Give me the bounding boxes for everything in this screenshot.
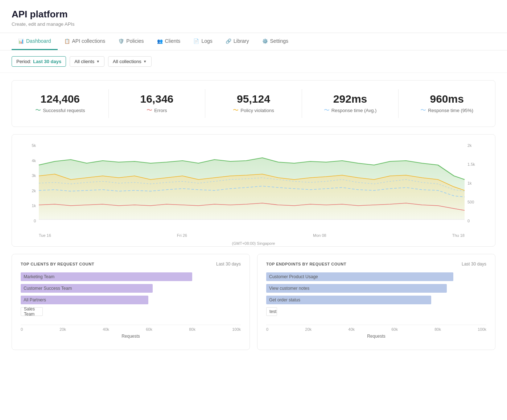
page-title: API platform <box>12 9 495 20</box>
card-title: TOP CLIENTS BY REQUEST COUNT <box>21 262 94 266</box>
stat-response-95: 960ms 〜 Response time (95%) <box>399 89 495 118</box>
trend-down-icon: 〜 <box>147 107 152 114</box>
chevron-down-icon: ▼ <box>143 59 147 63</box>
bar-fill: Customer Product Usage <box>266 272 453 281</box>
stat-response-avg: 292ms 〜 Response time (Avg.) <box>302 89 399 118</box>
chevron-down-icon: ▼ <box>96 59 100 63</box>
stat-label: 〜 Successful requests <box>19 107 101 114</box>
y-axis-right: 2k 1.5k 1k 500 0 <box>465 143 486 223</box>
nav-item-policies[interactable]: 🛡️ Policies <box>112 33 150 50</box>
nav-item-clients[interactable]: 👥 Clients <box>151 33 187 50</box>
stat-errors: 16,346 〜 Errors <box>109 89 206 118</box>
period-value: Last 30 days <box>33 59 61 64</box>
y-axis-left: 5k 4k 3k 2k 1k 0 <box>21 143 39 223</box>
bar-fill: test <box>266 307 277 316</box>
main-content: 124,406 〜 Successful requests 16,346 〜 E… <box>0 73 507 357</box>
logs-icon: 📄 <box>193 38 199 44</box>
bar-fill: Marketing Team <box>21 272 192 281</box>
top-endpoints-card: TOP ENDPOINTS BY REQUEST COUNT Last 30 d… <box>257 254 495 350</box>
chart-svg <box>39 143 465 223</box>
trend-icon: 〜 <box>233 107 239 114</box>
trend-up-icon: 〜 <box>35 107 41 114</box>
stat-number: 95,124 <box>213 93 294 105</box>
navigation: 📊 Dashboard 📋 API collections 🛡️ Policie… <box>0 33 507 50</box>
bar-fill: All Partners <box>21 296 148 304</box>
x-axis-label: Requests <box>21 334 241 339</box>
dashboard-icon: 📊 <box>18 38 24 44</box>
period-filter[interactable]: Period: Last 30 days <box>12 56 66 67</box>
stat-number: 124,406 <box>19 93 101 105</box>
client-filter[interactable]: All clients ▼ <box>70 56 104 67</box>
endpoints-bar-chart: Customer Product Usage View customer not… <box>266 272 486 319</box>
card-period: Last 30 days <box>216 262 241 267</box>
library-icon: 🔗 <box>226 38 231 44</box>
bar-fill: Sales Team <box>21 307 43 316</box>
stat-label: 〜 Errors <box>116 107 198 114</box>
bar-fill: View customer notes <box>266 284 447 293</box>
response-icon: 〜 <box>324 107 330 114</box>
nav-item-library[interactable]: 🔗 Library <box>219 33 256 50</box>
card-period: Last 30 days <box>462 262 486 267</box>
collection-filter[interactable]: All collections ▼ <box>108 56 152 67</box>
stat-number: 16,346 <box>116 93 198 105</box>
stat-number: 292ms <box>309 93 391 105</box>
list-item: Customer Product Usage View customer not… <box>266 272 486 319</box>
card-header: TOP CLIENTS BY REQUEST COUNT Last 30 day… <box>21 262 241 267</box>
api-collections-icon: 📋 <box>64 38 70 44</box>
stat-label: 〜 Policy violations <box>213 107 294 114</box>
bar-fill: Customer Success Team <box>21 284 153 293</box>
chart-timezone: (GMT+08:00) Singapore <box>232 241 275 246</box>
nav-item-api-collections[interactable]: 📋 API collections <box>58 33 112 50</box>
main-chart: 5k 4k 3k 2k 1k 0 2k 1.5k 1k 500 0 <box>12 134 495 247</box>
policies-icon: 🛡️ <box>118 38 124 44</box>
x-axis-label: Requests <box>266 334 486 339</box>
nav-item-settings[interactable]: ⚙️ Settings <box>256 33 295 50</box>
stat-label: 〜 Response time (95%) <box>406 107 488 114</box>
chart-area <box>39 143 465 223</box>
page-subtitle: Create, edit and manage APIs <box>12 21 495 27</box>
stat-successful-requests: 124,406 〜 Successful requests <box>12 89 109 118</box>
settings-icon: ⚙️ <box>262 38 268 44</box>
clients-bar-chart: Marketing Team Customer Success Team <box>21 272 241 319</box>
stat-number: 960ms <box>406 93 488 105</box>
stat-policy-violations: 95,124 〜 Policy violations <box>205 89 302 118</box>
filter-bar: Period: Last 30 days All clients ▼ All c… <box>0 50 507 73</box>
response-icon: 〜 <box>420 107 426 114</box>
nav-item-dashboard[interactable]: 📊 Dashboard <box>12 33 58 50</box>
x-axis: Tue 16 Fri 26 Mon 08 Thu 18 <box>39 233 465 238</box>
bar-fill: Get order status <box>266 296 431 304</box>
stats-card: 124,406 〜 Successful requests 16,346 〜 E… <box>12 80 495 127</box>
top-clients-card: TOP CLIENTS BY REQUEST COUNT Last 30 day… <box>12 254 250 350</box>
page-header: API platform Create, edit and manage API… <box>0 0 507 33</box>
card-header: TOP ENDPOINTS BY REQUEST COUNT Last 30 d… <box>266 262 486 267</box>
stat-label: 〜 Response time (Avg.) <box>309 107 391 114</box>
nav-item-logs[interactable]: 📄 Logs <box>187 33 219 50</box>
card-title: TOP ENDPOINTS BY REQUEST COUNT <box>266 262 346 266</box>
list-item: Marketing Team Customer Success Team <box>21 272 241 319</box>
period-label: Period: <box>16 59 31 64</box>
bottom-cards: TOP CLIENTS BY REQUEST COUNT Last 30 day… <box>12 254 495 350</box>
chart-container: 5k 4k 3k 2k 1k 0 2k 1.5k 1k 500 0 <box>21 143 486 238</box>
clients-icon: 👥 <box>157 38 163 44</box>
